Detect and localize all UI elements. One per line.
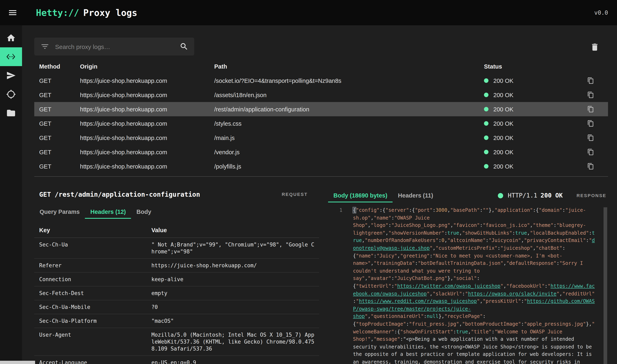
copy-url-button[interactable] bbox=[585, 90, 596, 100]
status-text: 200 OK bbox=[493, 120, 513, 127]
menu-button[interactable] bbox=[0, 0, 25, 25]
header-row: Sec-Ch-Ua-Platform "macOS" bbox=[34, 314, 319, 328]
proxy-log-table: GET https://juice-shop.herokuapp.com /so… bbox=[34, 73, 608, 173]
sidebar bbox=[0, 25, 22, 364]
response-status: HTTP/1.1200 OK bbox=[498, 192, 563, 199]
copy-icon bbox=[587, 149, 594, 156]
column-header-origin: Origin bbox=[80, 63, 214, 70]
proxy-ethernet-icon bbox=[6, 52, 16, 62]
status-ok-dot bbox=[484, 107, 488, 111]
trash-icon bbox=[590, 42, 599, 52]
sidebar-item-sender[interactable] bbox=[0, 66, 22, 85]
sidebar-item-scope[interactable] bbox=[0, 85, 22, 104]
status-text: 200 OK bbox=[493, 106, 513, 112]
status-text: 200 OK bbox=[493, 163, 513, 169]
tab-response-headers[interactable]: Headers (11) bbox=[393, 189, 438, 202]
filter-icon bbox=[40, 42, 49, 51]
response-body-code: {"config":{"server":{"port":3000,"basePa… bbox=[346, 207, 608, 364]
status-ok-dot bbox=[484, 78, 488, 83]
log-row[interactable]: GET https://juice-shop.herokuapp.com /ma… bbox=[34, 130, 608, 145]
header-row: Accept-Language en-US,en;q=0.9 bbox=[34, 356, 319, 364]
request-panel: GET/rest/admin/application-configuration… bbox=[34, 187, 319, 364]
kv-value-header: Value bbox=[151, 227, 315, 234]
search-input[interactable] bbox=[55, 43, 176, 50]
log-row[interactable]: GET https://juice-shop.herokuapp.com /as… bbox=[34, 88, 608, 102]
status-text: 200 OK bbox=[493, 134, 513, 141]
hamburger-icon bbox=[8, 8, 18, 18]
status-ok-dot bbox=[498, 193, 503, 198]
tab-response-body[interactable]: Body (18690 bytes) bbox=[328, 189, 393, 202]
header-row: User-Agent Mozilla/5.0 (Macintosh; Intel… bbox=[34, 328, 319, 356]
status-ok-dot bbox=[484, 121, 488, 126]
copy-url-button[interactable] bbox=[585, 104, 596, 114]
copy-url-button[interactable] bbox=[585, 161, 596, 171]
sidebar-item-home[interactable] bbox=[0, 28, 22, 47]
copy-icon bbox=[587, 134, 594, 141]
request-title: GET/rest/admin/application-configuration bbox=[39, 190, 200, 198]
response-body-editor[interactable]: 1 {"config":{"server":{"port":3000,"base… bbox=[328, 207, 608, 364]
sidebar-item-proxy-logs[interactable] bbox=[0, 47, 22, 66]
header-row: Connection keep-alive bbox=[34, 273, 319, 286]
column-header-method: Method bbox=[39, 63, 80, 70]
request-tabs: Query Params Headers (12) Body bbox=[34, 205, 319, 219]
editor-scrollbar[interactable] bbox=[604, 207, 607, 364]
horizontal-scrollbar-thumb[interactable] bbox=[0, 361, 35, 364]
copy-url-button[interactable] bbox=[585, 76, 596, 86]
log-row[interactable]: GET https://juice-shop.herokuapp.com /so… bbox=[34, 73, 608, 88]
tab-request-headers[interactable]: Headers (12) bbox=[85, 205, 131, 219]
home-icon bbox=[6, 33, 16, 43]
kv-key-header: Key bbox=[34, 227, 151, 234]
log-row[interactable]: GET https://juice-shop.herokuapp.com /ve… bbox=[34, 145, 608, 159]
tab-query-params[interactable]: Query Params bbox=[34, 205, 85, 219]
request-headers-table: Key Value Sec-Ch-Ua " Not A;Brand";v="99… bbox=[34, 224, 319, 364]
editor-line-number: 1 bbox=[328, 207, 346, 364]
app-bar: Hetty://Proxy logs v0.0 bbox=[0, 0, 617, 25]
app-logo: Hetty://Proxy logs bbox=[36, 8, 137, 18]
crosshair-icon bbox=[6, 89, 16, 99]
send-icon bbox=[6, 71, 16, 80]
status-text: 200 OK bbox=[493, 149, 513, 155]
column-header-path: Path bbox=[214, 63, 484, 70]
copy-icon bbox=[587, 91, 594, 98]
tab-request-body[interactable]: Body bbox=[131, 205, 157, 219]
status-ok-dot bbox=[484, 150, 488, 154]
response-status-line: HTTP/1.1200 OK bbox=[508, 192, 563, 199]
response-panel: Body (18690 bytes) Headers (11) HTTP/1.1… bbox=[328, 187, 608, 364]
copy-icon bbox=[587, 120, 594, 127]
page-title: Proxy logs bbox=[83, 8, 137, 18]
status-text: 200 OK bbox=[493, 77, 513, 84]
status-ok-dot bbox=[484, 135, 488, 140]
copy-icon bbox=[587, 163, 594, 170]
copy-icon bbox=[587, 106, 594, 113]
header-row: Referer https://juice-shop.herokuapp.com… bbox=[34, 259, 319, 273]
section-divider bbox=[34, 176, 608, 177]
status-ok-dot bbox=[484, 164, 488, 169]
log-row-selected[interactable]: GET https://juice-shop.herokuapp.com /re… bbox=[34, 102, 608, 116]
request-panel-label: REQUEST bbox=[282, 192, 308, 197]
copy-url-button[interactable] bbox=[585, 118, 596, 129]
header-row: Sec-Ch-Ua-Mobile ?0 bbox=[34, 300, 319, 314]
header-row: Sec-Fetch-Dest empty bbox=[34, 286, 319, 300]
sidebar-item-projects[interactable] bbox=[0, 104, 22, 122]
clear-logs-button[interactable] bbox=[587, 40, 602, 54]
log-row[interactable]: GET https://juice-shop.herokuapp.com /po… bbox=[34, 159, 608, 173]
copy-icon bbox=[587, 77, 594, 84]
search-box bbox=[34, 38, 194, 55]
column-header-status: Status bbox=[484, 63, 580, 70]
response-panel-label: RESPONSE bbox=[577, 193, 606, 198]
search-icon bbox=[180, 42, 189, 51]
folder-icon bbox=[6, 108, 16, 118]
version-label: v0.0 bbox=[594, 9, 608, 16]
copy-url-button[interactable] bbox=[585, 133, 596, 143]
header-row: Sec-Ch-Ua " Not A;Brand";v="99", "Chromi… bbox=[34, 238, 319, 259]
status-ok-dot bbox=[484, 93, 488, 97]
status-text: 200 OK bbox=[493, 91, 513, 98]
hetty-app: Hetty://Proxy logs v0.0 bbox=[0, 0, 617, 364]
copy-url-button[interactable] bbox=[585, 147, 596, 157]
logo-brand: Hetty:// bbox=[36, 8, 79, 18]
log-table-header: Method Origin Path Status bbox=[34, 60, 608, 73]
log-row[interactable]: GET https://juice-shop.herokuapp.com /st… bbox=[34, 116, 608, 130]
response-tabs: Body (18690 bytes) Headers (11) bbox=[328, 189, 438, 202]
